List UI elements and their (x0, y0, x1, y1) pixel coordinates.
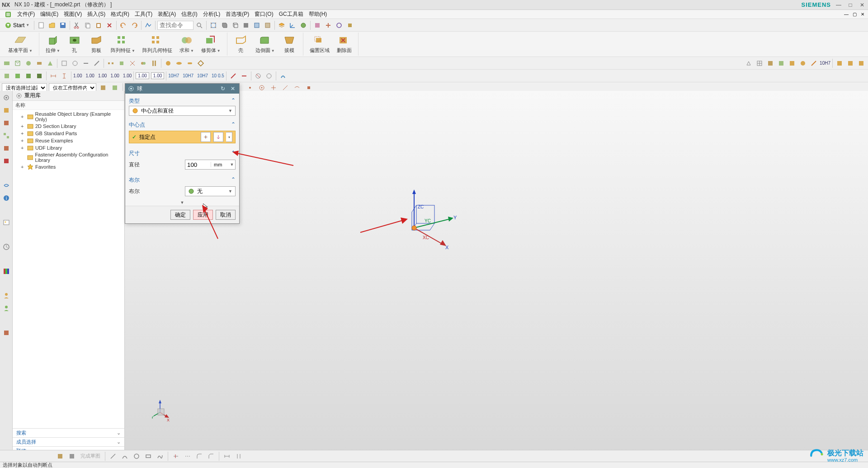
view2-button[interactable] (263, 20, 273, 30)
bt-trim[interactable] (171, 451, 181, 461)
menu-icon[interactable] (2, 10, 14, 19)
lt-history[interactable] (1, 242, 11, 252)
misc5-button[interactable] (345, 20, 355, 30)
st1-b8[interactable] (81, 58, 91, 68)
type-collapse[interactable]: ⌃ (231, 97, 236, 105)
menu-view[interactable]: 视图(V) (61, 9, 85, 19)
st1-b15[interactable] (163, 58, 173, 68)
lt-person2[interactable] (1, 303, 11, 313)
st2-m3[interactable] (253, 71, 263, 81)
mdi-restore[interactable]: ▢ (851, 11, 858, 18)
tree-reusable[interactable]: +Reusable Object Library (Example Only) (13, 111, 124, 123)
bt-dim[interactable] (222, 451, 232, 461)
st1-grid[interactable] (755, 58, 764, 68)
st2-m2[interactable] (239, 71, 249, 81)
layer-button[interactable] (277, 20, 287, 30)
dialog-close-button[interactable]: ✕ (229, 85, 236, 92)
menu-info[interactable]: 信息(I) (179, 9, 200, 19)
lt-web[interactable] (1, 180, 11, 190)
fit-button[interactable] (208, 20, 218, 30)
st1-b11[interactable] (117, 58, 127, 68)
st1-b7[interactable] (70, 58, 80, 68)
diameter-input[interactable] (185, 160, 211, 169)
st2-m5[interactable] (278, 71, 288, 81)
st1-b9[interactable] (92, 58, 102, 68)
search-section[interactable]: 搜索⌄ (13, 428, 124, 437)
dialog-reset-button[interactable]: ↻ (219, 85, 226, 92)
tree-fastener[interactable]: Fastener Assembly Configuration Library (13, 151, 124, 163)
st1-b2[interactable] (13, 58, 23, 68)
bt-line[interactable] (108, 451, 118, 461)
open-button[interactable] (47, 20, 57, 30)
st1-b1[interactable] (2, 58, 12, 68)
bt-b2[interactable] (67, 451, 77, 461)
library-tree[interactable]: +Reusable Object Library (Example Only) … (13, 110, 124, 428)
st1-b3[interactable] (24, 58, 33, 68)
st2-dim2[interactable] (59, 71, 69, 81)
st1-misc3[interactable] (798, 58, 808, 68)
shade-button[interactable] (219, 20, 229, 30)
center-collapse[interactable]: ⌃ (231, 121, 236, 129)
lt-info[interactable]: i (1, 193, 11, 203)
paste-button[interactable] (94, 20, 104, 30)
menu-tools[interactable]: 工具(T) (132, 9, 155, 19)
st2-b1[interactable] (2, 71, 12, 81)
st1-b13[interactable] (138, 58, 148, 68)
dim-box1[interactable]: 1.00 (136, 72, 149, 79)
undo-button[interactable] (118, 20, 128, 30)
wireframe-button[interactable] (230, 20, 240, 30)
st2-b4[interactable] (34, 71, 44, 81)
st1-b16[interactable] (174, 58, 184, 68)
dim-box2[interactable]: 1.00 (151, 72, 164, 79)
lt-reuse[interactable] (1, 143, 11, 153)
st2-m1[interactable] (228, 71, 238, 81)
wcs-button[interactable] (288, 20, 297, 30)
lt-gear[interactable] (1, 93, 11, 103)
inferred-point-button[interactable] (213, 132, 223, 142)
edge-round-button[interactable]: 边倒圆▼ (252, 33, 278, 55)
unite-button[interactable]: 求和▼ (176, 33, 198, 55)
menu-window[interactable]: 窗口(O) (252, 9, 276, 19)
command-search[interactable] (157, 21, 193, 30)
st1-b12[interactable] (127, 58, 137, 68)
st1-tri[interactable] (744, 58, 754, 68)
mdi-close[interactable]: ✕ (859, 11, 866, 18)
wcs-triad[interactable]: Z ZC Y YC X XC (403, 189, 457, 263)
bt-fillet[interactable] (194, 451, 204, 461)
lt-part[interactable] (1, 118, 11, 128)
menu-analysis[interactable]: 分析(L) (200, 9, 223, 19)
pattern-geo-button[interactable]: 阵列几何特征 (139, 33, 176, 55)
member-select-section[interactable]: 成员选择⌄ (13, 437, 124, 446)
trim-body-button[interactable]: 修剪体▼ (198, 33, 224, 55)
sketch-button[interactable] (143, 20, 153, 30)
tree-favorites[interactable]: +Favorites (13, 163, 124, 170)
delete-face-button[interactable]: 删除面 (333, 33, 355, 55)
st1-b4[interactable] (34, 58, 44, 68)
lt-asm[interactable] (1, 131, 11, 141)
hole-button[interactable]: 孔 (64, 33, 85, 55)
menu-assembly[interactable]: 装配(A) (155, 9, 179, 19)
delete-button[interactable] (104, 20, 114, 30)
st1-b18[interactable] (196, 58, 206, 68)
menu-edit[interactable]: 编辑(E) (38, 9, 61, 19)
point-picker-button[interactable] (201, 132, 211, 142)
st2-dim1[interactable] (48, 71, 58, 81)
tree-2dsection[interactable]: +2D Section Library (13, 123, 124, 130)
bt-const[interactable] (234, 451, 244, 461)
minimize-button[interactable]: — (835, 1, 843, 9)
copy-button[interactable] (83, 20, 93, 30)
type-select[interactable]: 中心点和直径 ▼ (129, 106, 236, 116)
misc4-button[interactable] (334, 20, 344, 30)
lt-nav[interactable] (1, 105, 11, 115)
bt-extend[interactable] (183, 451, 193, 461)
bt-rect[interactable] (143, 451, 153, 461)
bt-spline[interactable] (155, 451, 165, 461)
shell-button[interactable]: 壳 (230, 33, 252, 55)
ok-button[interactable]: 确定 (170, 210, 190, 220)
offset-region-button[interactable]: 偏置区域 (306, 33, 333, 55)
bt-b1[interactable] (55, 451, 65, 461)
tree-reuse-ex[interactable]: +Reuse Examples (13, 137, 124, 144)
render-button[interactable] (241, 20, 251, 30)
save-button[interactable] (58, 20, 68, 30)
datum-plane-button[interactable]: 基准平面▼ (5, 33, 36, 55)
